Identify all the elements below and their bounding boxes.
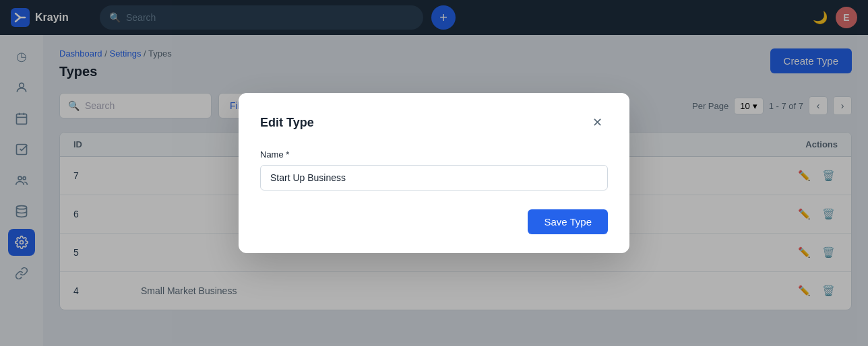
- form-group: Name *: [260, 149, 608, 191]
- modal-header: Edit Type ✕: [260, 112, 608, 133]
- modal-footer: Save Type: [260, 209, 608, 234]
- page-content: ◷: [0, 35, 868, 346]
- save-type-button[interactable]: Save Type: [528, 209, 608, 234]
- name-input[interactable]: [260, 165, 608, 191]
- name-label: Name *: [260, 149, 608, 160]
- modal-title: Edit Type: [260, 116, 314, 130]
- modal-close-button[interactable]: ✕: [586, 112, 608, 133]
- content-area: Dashboard / Settings / Types Types Creat…: [43, 35, 868, 346]
- edit-type-modal: Edit Type ✕ Name * Save Type: [239, 93, 629, 253]
- modal-overlay[interactable]: Edit Type ✕ Name * Save Type: [0, 0, 868, 346]
